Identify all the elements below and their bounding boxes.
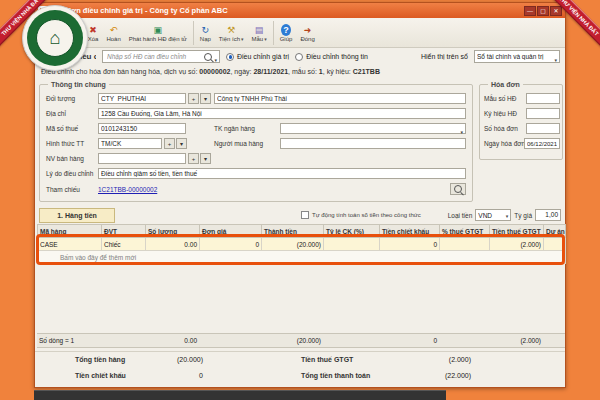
footer-empty [199,334,261,348]
tk-ngan-hang-select[interactable] [280,123,466,134]
mau-so-label: Mẫu số HĐ [484,93,517,104]
doi-tuong-add-button[interactable]: + [188,93,199,104]
doi-tuong-dropdown-button[interactable]: ▾ [200,93,211,104]
mst-label: Mã số thuế [46,123,78,134]
tham-chieu-search-button[interactable] [450,183,466,195]
toolbar-button-phat-hanh[interactable]: ▣ Phát hành HĐ điện tử [125,18,191,48]
display-on-book-label: Hiển thị trên sổ [421,53,468,60]
toolbar-button-hoan[interactable]: ↶ Hoàn [102,18,124,48]
chevron-down-icon [554,48,557,66]
radio-adjust-info[interactable]: Điều chỉnh thông tin [295,53,368,61]
nv-ban-hang-input[interactable] [98,153,186,164]
doi-tuong-label: Đối tượng [46,93,75,104]
toolbar-button-dong[interactable]: ➜ Đóng [296,18,318,48]
hinh-thuc-tt-add-button[interactable]: + [164,138,175,149]
radio-unselected-icon [295,53,303,61]
tien-thue-gtgt-value: (2.000) [401,356,471,363]
mst-input[interactable] [98,123,186,134]
add-row-text[interactable]: Bấm vào đây để thêm mới [38,251,566,264]
cell-ty-le-ck[interactable] [324,238,380,251]
toolbar-button-tien-ich[interactable]: ⚒ Tiện ích [215,18,248,48]
toolbar-button-giup[interactable]: ? Giúp [276,18,297,48]
cell-du-an[interactable] [544,238,566,251]
col-tien-chiet-khau[interactable]: Tiền chiết khấu [380,225,440,238]
col-don-gia[interactable]: Đơn giá [200,225,262,238]
ly-do-input[interactable] [98,168,466,179]
tab-hang-tien[interactable]: 1. Hàng tiền [39,208,115,223]
ngay-hoa-don-input[interactable] [524,138,560,149]
loai-tien-select[interactable]: VND [475,209,511,221]
cell-thanh-tien[interactable]: (20.000) [262,238,324,251]
radio-adjust-value[interactable]: Điều chỉnh giá trị [226,53,289,61]
info-invoice-number: 00000002 [199,68,230,75]
ky-hieu-input[interactable] [526,108,560,119]
radio-info-label: Điều chỉnh thông tin [306,53,368,60]
tham-chieu-link[interactable]: 1C21TBB-00000002 [98,184,157,195]
chevron-down-icon[interactable] [214,48,217,66]
col-tien-thue-gtgt[interactable]: Tiền thuế GTGT [490,225,544,238]
toolbar-separator [273,21,274,45]
general-info-group: Thông tin chung Đối tượng + ▾ Địa chỉ Mã… [39,84,473,202]
footer-tien-thue: (2.000) [489,334,543,348]
cell-don-gia[interactable]: 0 [200,238,262,251]
col-ma-hang[interactable]: Mã hàng [38,225,102,238]
hinh-thuc-tt-label: Hình thức TT [46,138,84,149]
tien-thue-gtgt-label: Tiền thuế GTGT [301,356,353,363]
tk-ngan-hang-label: TK ngân hàng [214,123,255,134]
display-on-book-select[interactable]: Sổ tài chính và quản trị [474,50,560,63]
tong-tien-hang-label: Tổng tiền hàng [75,356,125,363]
filter-bar: Hóa đơn điều chỉnh Điều chỉnh giá trị Đi… [35,48,565,65]
col-thanh-tien[interactable]: Thành tiền [262,225,324,238]
logo-ring [27,10,83,66]
maximize-button[interactable]: ▢ [537,6,549,16]
so-hoa-don-input[interactable] [526,123,560,134]
col-ty-le-ck[interactable]: Tỷ lệ CK (%) [324,225,380,238]
nv-ban-hang-label: NV bán hàng [46,153,84,164]
nv-add-button[interactable]: + [188,153,199,164]
checkbox-icon[interactable] [301,211,309,219]
mau-so-input[interactable] [526,93,560,104]
hinh-thuc-tt-dropdown-button[interactable]: ▾ [176,138,187,149]
ty-gia-value[interactable]: 1,00 [535,209,561,221]
col-so-luong[interactable]: Số lượng [146,225,200,238]
invoice-search-combo[interactable] [102,50,220,63]
nv-dropdown-button[interactable]: ▾ [200,153,211,164]
items-table-footer: Số dòng = 1 0.00 (20.000) 0 (2.000) [37,333,565,348]
cell-so-luong[interactable]: 0.00 [146,238,200,251]
cell-tien-chiet-khau[interactable]: 0 [380,238,440,251]
invoice-search-input[interactable] [105,52,202,61]
doi-tuong-name-input[interactable] [214,93,466,104]
toolbar-button-mau[interactable]: ▤ Mẫu [248,18,271,48]
dia-chi-input[interactable] [98,108,466,119]
footer-empty [323,334,379,348]
detail-tab-row: 1. Hàng tiền Tự động tính toán số tiền t… [39,207,561,223]
refresh-icon: ↻ [202,24,210,36]
publish-icon: ▣ [154,24,163,36]
so-hoa-don-label: Số hóa đơn [484,123,518,134]
cell-tien-thue[interactable]: (2.000) [490,238,544,251]
toolbar-button-nap[interactable]: ↻ Nạp [196,18,215,48]
nguoi-mua-input[interactable] [280,138,466,149]
cell-ma-hang[interactable]: CASE [38,238,102,251]
add-row[interactable]: Bấm vào đây để thêm mới [38,251,566,264]
ly-do-label: Lý do điều chỉnh [46,168,93,179]
doi-tuong-code-input[interactable] [98,93,186,104]
cell-dvt[interactable]: Chiếc [102,238,146,251]
logo-core [36,19,74,57]
col-du-an-dau-tu[interactable]: Dự án đầu tư [544,225,566,238]
cell-pct-thue[interactable] [440,238,490,251]
tham-chieu-label: Tham chiếu [46,184,80,195]
table-row[interactable]: CASE Chiếc 0.00 0 (20.000) 0 (2.000) [38,238,566,251]
search-icon [454,185,462,193]
auto-calc-checkbox-group[interactable]: Tự động tính toán số tiền theo công thức [301,211,421,219]
col-pct-thue-gtgt[interactable]: % thuế GTGT [440,225,490,238]
minimize-button[interactable]: — [524,6,536,16]
toolbar-label-phat-hanh: Phát hành HĐ điện tử [129,36,187,42]
col-dvt[interactable]: ĐVT [102,225,146,238]
hinh-thuc-tt-input[interactable] [98,138,162,149]
footer-tien-chiet-khau: 0 [379,334,439,348]
ngay-hoa-don-label: Ngày hóa đơn [484,138,525,149]
invoice-info-group: Hóa đơn Mẫu số HĐ Ký hiệu HĐ Số hóa đơn … [479,84,563,160]
app-window: Hóa đơn điều chỉnh giá trị - Công ty Cổ … [34,2,566,388]
utilities-icon: ⚒ [227,24,235,36]
